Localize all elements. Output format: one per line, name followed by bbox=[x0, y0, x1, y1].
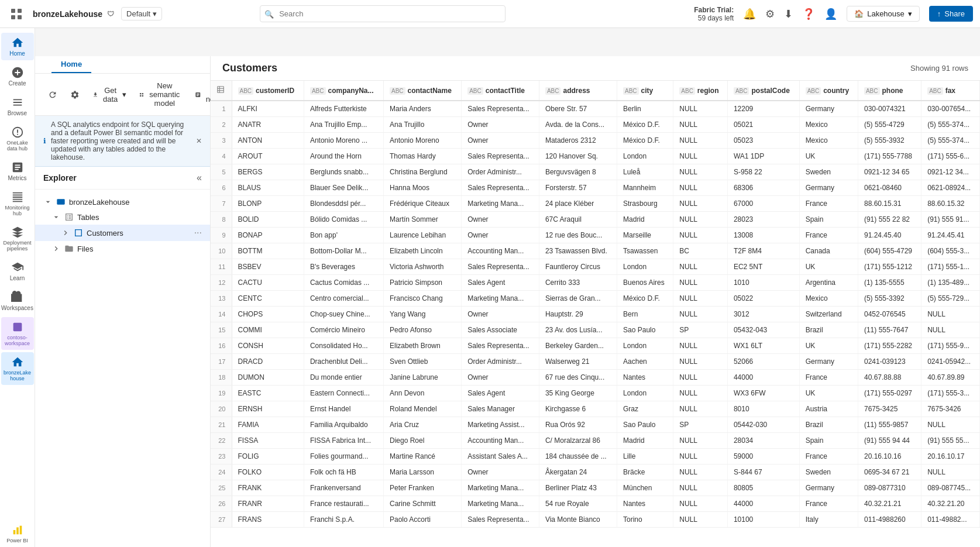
col-header-address[interactable]: ABCaddress bbox=[539, 81, 617, 101]
col-header-city[interactable]: ABCcity bbox=[617, 81, 673, 101]
table-cell: (171) 555-2282 bbox=[858, 338, 921, 354]
table-cell: Aachen bbox=[617, 354, 673, 370]
nav-learn[interactable]: Learn bbox=[1, 257, 34, 285]
search-input[interactable] bbox=[260, 5, 506, 22]
nav-metrics[interactable]: Metrics bbox=[1, 157, 34, 185]
table-cell: 7675-3426 bbox=[921, 401, 980, 417]
table-cell: Mexico bbox=[799, 117, 858, 133]
col-header-phone[interactable]: ABCphone bbox=[858, 81, 921, 101]
get-data-button[interactable]: Get data ▾ bbox=[87, 83, 132, 106]
col-header-postalcode[interactable]: ABCpostalCode bbox=[727, 81, 799, 101]
tree-tables[interactable]: Tables bbox=[35, 209, 210, 225]
tree-customers[interactable]: Customers ··· bbox=[35, 225, 210, 241]
share-button[interactable]: ↑ Share bbox=[929, 6, 973, 22]
row-number: 1 bbox=[211, 101, 232, 117]
nav-bronzelake[interactable]: bronzeLake house bbox=[1, 352, 34, 385]
table-cell: München bbox=[617, 480, 673, 496]
table-cell: FISSA Fabrica Int... bbox=[304, 433, 383, 449]
col-header-contactname[interactable]: ABCcontactName bbox=[383, 81, 461, 101]
table-cell: 52066 bbox=[727, 354, 799, 370]
table-cell: BONAP bbox=[232, 228, 304, 243]
table-cell: (5) 555-3392 bbox=[858, 291, 921, 307]
tree-root[interactable]: bronzeLakehouse bbox=[35, 194, 210, 209]
table-cell: Roland Mendel bbox=[383, 401, 461, 417]
tree-customers-more-button[interactable]: ··· bbox=[194, 228, 202, 238]
table-cell: Franchi S.p.A. bbox=[304, 512, 383, 528]
apps-icon[interactable] bbox=[7, 5, 26, 23]
col-header-contacttitle[interactable]: ABCcontactTitle bbox=[462, 81, 539, 101]
table-cell: UK bbox=[799, 259, 858, 275]
home-tab[interactable]: Home bbox=[51, 56, 91, 73]
tree-files[interactable]: Files bbox=[35, 241, 210, 256]
table-cell: Sierras de Gran... bbox=[539, 291, 617, 307]
row-number: 17 bbox=[211, 354, 232, 370]
nav-deployment[interactable]: Deployment pipelines bbox=[1, 222, 34, 255]
table-cell: 0621-08924... bbox=[921, 180, 980, 196]
table-cell: Elizabeth Brown bbox=[383, 338, 461, 354]
col-header-country[interactable]: ABCcountry bbox=[799, 81, 858, 101]
table-row: 26FRANRFrance restaurati...Carine Schmit… bbox=[211, 496, 980, 512]
table-cell: 13008 bbox=[727, 228, 799, 243]
lakehouse-icon: 🏠 bbox=[854, 9, 864, 18]
help-icon[interactable]: ❓ bbox=[802, 8, 815, 20]
lakehouse-button[interactable]: 🏠 Lakehouse ▾ bbox=[847, 6, 920, 22]
table-cell: México D.F. bbox=[617, 291, 673, 307]
table-cell: Walserweg 21 bbox=[539, 354, 617, 370]
table-cell: Germany bbox=[799, 101, 858, 117]
table-cell: France bbox=[799, 370, 858, 386]
collapse-button[interactable]: « bbox=[197, 173, 202, 183]
table-cell: (91) 555 55... bbox=[921, 433, 980, 449]
nav-onelake[interactable]: OneLake data hub bbox=[1, 122, 34, 155]
table-cell: Madrid bbox=[617, 212, 673, 228]
table-cell: Marketing Mana... bbox=[462, 496, 539, 512]
search-bar[interactable]: 🔍 bbox=[260, 5, 506, 22]
col-header-customerid[interactable]: ABCcustomerID bbox=[232, 81, 304, 101]
table-cell: Folies gourmand... bbox=[304, 449, 383, 465]
table-cell: BLONP bbox=[232, 196, 304, 212]
table-cell: 0695-34 67 21 bbox=[858, 465, 921, 480]
nav-powerbi[interactable]: Power BI bbox=[1, 520, 34, 547]
col-header-companyname[interactable]: ABCcompanyNa... bbox=[304, 81, 383, 101]
table-cell: Sales Representa... bbox=[462, 259, 539, 275]
col-header-region[interactable]: ABCregion bbox=[673, 81, 728, 101]
info-close-button[interactable]: ✕ bbox=[196, 137, 202, 145]
table-cell: (91) 555 94 44 bbox=[858, 433, 921, 449]
table-cell: FOLKO bbox=[232, 465, 304, 480]
table-cell: Bólido Comidas ... bbox=[304, 212, 383, 228]
table-cell: Torino bbox=[617, 512, 673, 528]
nav-browse[interactable]: Browse bbox=[1, 92, 34, 120]
nav-contoso[interactable]: contoso-workspace bbox=[1, 317, 34, 350]
env-selector[interactable]: Default ▾ bbox=[121, 7, 162, 20]
tree-tables-label: Tables bbox=[77, 213, 99, 222]
table-cell: France bbox=[799, 449, 858, 465]
table-cell: EASTC bbox=[232, 386, 304, 401]
notification-icon[interactable]: 🔔 bbox=[743, 8, 756, 20]
settings-icon[interactable]: ⚙ bbox=[765, 8, 775, 20]
new-semantic-model-button[interactable]: New semantic model bbox=[133, 78, 188, 111]
table-cell: 0452-076545 bbox=[858, 307, 921, 322]
content-title: Customers bbox=[222, 62, 277, 74]
table-cell: (171) 555-0297 bbox=[858, 386, 921, 401]
col-header-fax[interactable]: ABCfax bbox=[921, 81, 980, 101]
table-cell: Sven Ottlieb bbox=[383, 354, 461, 370]
nav-create[interactable]: Create bbox=[1, 63, 34, 90]
table-cell: Sales Agent bbox=[462, 386, 539, 401]
download-icon[interactable]: ⬇ bbox=[784, 8, 793, 20]
table-cell: Sweden bbox=[799, 164, 858, 180]
table-cell: Berliner Platz 43 bbox=[539, 480, 617, 496]
table-cell: Elizabeth Lincoln bbox=[383, 243, 461, 259]
table-cell: Sales Associate bbox=[462, 322, 539, 338]
nav-home[interactable]: Home bbox=[1, 33, 34, 60]
refresh-button[interactable] bbox=[42, 87, 63, 102]
table-cell: UK bbox=[799, 338, 858, 354]
table-cell: 40.67.88.88 bbox=[858, 370, 921, 386]
table-cell: Sao Paulo bbox=[617, 417, 673, 433]
nav-monitoring[interactable]: Monitoring hub bbox=[1, 187, 34, 220]
table-cell: Du monde entier bbox=[304, 370, 383, 386]
table-cell: S-958 22 bbox=[727, 164, 799, 180]
settings-button[interactable] bbox=[64, 87, 85, 102]
table-row: 21FAMIAFamilia ArquibaldoAria CruzMarket… bbox=[211, 417, 980, 433]
table-cell: Accounting Man... bbox=[462, 433, 539, 449]
account-icon[interactable]: 👤 bbox=[824, 8, 837, 20]
nav-workspaces[interactable]: Workspaces bbox=[1, 287, 34, 315]
